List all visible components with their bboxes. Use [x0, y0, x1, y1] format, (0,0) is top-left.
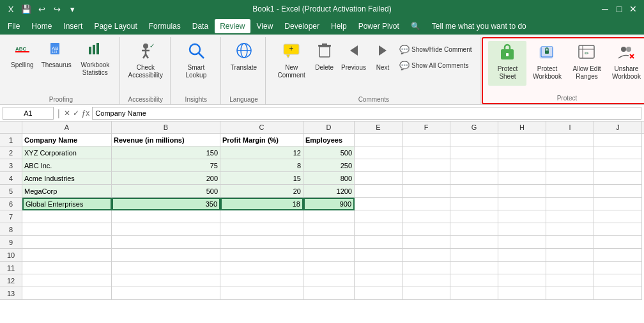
cell-d4[interactable]: 800: [303, 172, 355, 185]
menu-insert[interactable]: Insert: [58, 19, 88, 33]
cell-b13[interactable]: [112, 287, 220, 300]
cell-b6[interactable]: 350: [112, 198, 220, 210]
menu-help[interactable]: Help: [326, 19, 352, 33]
cell-a4[interactable]: Acme Industries: [22, 172, 112, 185]
col-header-a[interactable]: A: [22, 122, 112, 133]
cell-d12[interactable]: [303, 274, 355, 287]
cell-a11[interactable]: [22, 262, 112, 274]
cell-g11[interactable]: [450, 262, 498, 274]
menu-page-layout[interactable]: Page Layout: [89, 19, 142, 33]
cell-h2[interactable]: [498, 146, 546, 159]
menu-search-icon[interactable]: 🔍: [406, 19, 425, 33]
cell-i1[interactable]: [546, 134, 594, 146]
cell-h12[interactable]: [498, 274, 546, 287]
row-header-4[interactable]: 4: [0, 172, 22, 185]
cell-j11[interactable]: [594, 262, 642, 274]
cell-a5[interactable]: MegaCorp: [22, 185, 112, 198]
menu-home[interactable]: Home: [26, 19, 57, 33]
cell-e6[interactable]: [355, 198, 402, 210]
maximize-button[interactable]: □: [613, 3, 625, 15]
cell-g1[interactable]: [450, 134, 498, 146]
cell-f8[interactable]: [402, 223, 450, 236]
cell-f5[interactable]: [402, 185, 450, 198]
row-header-9[interactable]: 9: [0, 236, 22, 249]
cell-h5[interactable]: [498, 185, 546, 198]
check-accessibility-button[interactable]: ✓ Check Accessibility: [126, 40, 165, 84]
col-header-b[interactable]: B: [112, 122, 220, 133]
undo-icon[interactable]: ↩: [36, 3, 47, 15]
cell-e8[interactable]: [355, 223, 402, 236]
cell-c11[interactable]: [220, 262, 303, 274]
redo-icon[interactable]: ↪: [51, 3, 63, 15]
cell-f2[interactable]: [402, 146, 450, 159]
cell-h9[interactable]: [498, 236, 546, 249]
cell-e1[interactable]: [355, 134, 402, 146]
cell-h8[interactable]: [498, 223, 546, 236]
save-icon[interactable]: 💾: [20, 3, 32, 15]
cell-h10[interactable]: [498, 249, 546, 262]
col-header-d[interactable]: D: [303, 122, 355, 133]
cell-i9[interactable]: [546, 236, 594, 249]
cell-i11[interactable]: [546, 262, 594, 274]
cell-b11[interactable]: [112, 262, 220, 274]
col-header-c[interactable]: C: [220, 122, 303, 133]
cell-j9[interactable]: [594, 236, 642, 249]
cell-i10[interactable]: [546, 249, 594, 262]
unshare-workbook-button[interactable]: Unshare Workbook: [607, 41, 644, 86]
cell-g2[interactable]: [450, 146, 498, 159]
menu-formulas[interactable]: Formulas: [144, 19, 186, 33]
menu-data[interactable]: Data: [187, 19, 213, 33]
cell-e13[interactable]: [355, 287, 402, 300]
col-header-f[interactable]: F: [402, 122, 450, 133]
row-header-3[interactable]: 3: [0, 159, 22, 172]
cell-j6[interactable]: [594, 198, 642, 210]
cell-c12[interactable]: [220, 274, 303, 287]
cell-i7[interactable]: [546, 210, 594, 223]
allow-edit-ranges-button[interactable]: ✏ Allow Edit Ranges: [567, 41, 606, 86]
row-header-5[interactable]: 5: [0, 185, 22, 198]
cell-b7[interactable]: [112, 210, 220, 223]
cell-e3[interactable]: [355, 159, 402, 172]
cell-a1[interactable]: Company Name: [22, 134, 112, 146]
minimize-button[interactable]: ─: [599, 3, 611, 15]
cell-c8[interactable]: [220, 223, 303, 236]
thesaurus-button[interactable]: AB123 Thesaurus: [38, 40, 75, 84]
cell-b2[interactable]: 150: [112, 146, 220, 159]
cell-j3[interactable]: [594, 159, 642, 172]
show-hide-comment-button[interactable]: 💬 Show/Hide Comment: [396, 42, 475, 56]
cell-h1[interactable]: [498, 134, 546, 146]
cell-j10[interactable]: [594, 249, 642, 262]
cell-j2[interactable]: [594, 146, 642, 159]
menu-review[interactable]: Review: [215, 19, 250, 33]
cell-d7[interactable]: [303, 210, 355, 223]
row-header-2[interactable]: 2: [0, 146, 22, 159]
cell-h6[interactable]: [498, 198, 546, 210]
row-header-1[interactable]: 1: [0, 134, 22, 146]
cell-f7[interactable]: [402, 210, 450, 223]
protect-workbook-button[interactable]: Protect Workbook: [528, 41, 566, 86]
cell-b4[interactable]: 200: [112, 172, 220, 185]
cell-c5[interactable]: 20: [220, 185, 303, 198]
cell-c6[interactable]: 18: [220, 198, 303, 210]
cell-f12[interactable]: [402, 274, 450, 287]
cell-e12[interactable]: [355, 274, 402, 287]
cell-e4[interactable]: [355, 172, 402, 185]
cell-b12[interactable]: [112, 274, 220, 287]
menu-file[interactable]: File: [3, 19, 25, 33]
cell-j5[interactable]: [594, 185, 642, 198]
cell-c1[interactable]: Profit Margin (%): [220, 134, 303, 146]
cell-b10[interactable]: [112, 249, 220, 262]
col-header-i[interactable]: I: [546, 122, 594, 133]
next-comment-button[interactable]: Next: [371, 40, 395, 84]
cell-d10[interactable]: [303, 249, 355, 262]
cell-f1[interactable]: [402, 134, 450, 146]
cell-f4[interactable]: [402, 172, 450, 185]
cell-b9[interactable]: [112, 236, 220, 249]
insert-function-icon[interactable]: ƒx: [82, 109, 90, 118]
cell-g3[interactable]: [450, 159, 498, 172]
cell-j1[interactable]: [594, 134, 642, 146]
cell-e2[interactable]: [355, 146, 402, 159]
cell-c2[interactable]: 12: [220, 146, 303, 159]
cell-h3[interactable]: [498, 159, 546, 172]
formula-input[interactable]: [92, 107, 641, 120]
